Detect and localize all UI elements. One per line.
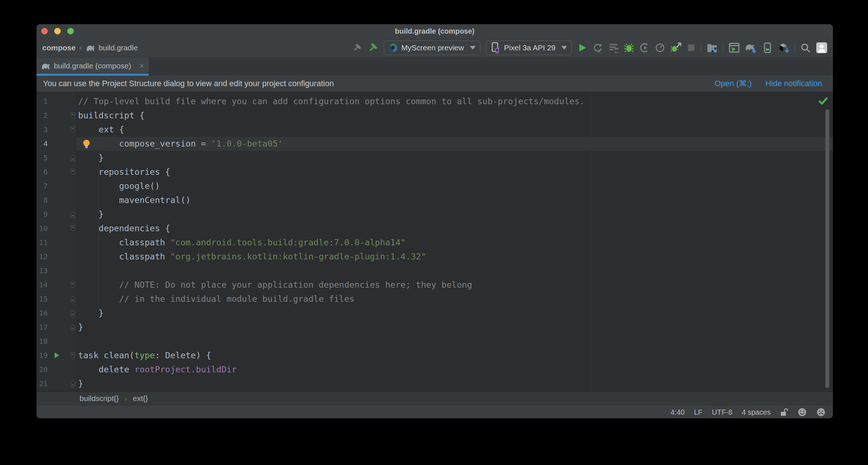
make-project-hammer-icon[interactable] [367, 42, 378, 53]
gutter[interactable]: 7 [37, 179, 76, 193]
code-line[interactable]: 8 mavenCentral() [37, 193, 833, 207]
sdk-manager-icon[interactable] [778, 42, 789, 53]
search-everywhere-icon[interactable] [800, 43, 810, 53]
code-line[interactable]: 15 // in the individual module build.gra… [37, 292, 833, 306]
code-line[interactable]: 14 // NOTE: Do not place your applicatio… [37, 278, 833, 292]
gutter[interactable]: 13 [37, 264, 76, 278]
line-number: 10 [37, 221, 48, 236]
code-line[interactable]: 7 google() [37, 179, 833, 193]
code-line[interactable]: 21} [37, 377, 833, 391]
hide-notification-link[interactable]: Hide notification [765, 79, 822, 88]
gutter[interactable]: 5 [37, 151, 76, 165]
profiler-gauge-icon[interactable] [655, 43, 665, 53]
code-line[interactable]: 6 repositories { [37, 165, 833, 179]
gutter[interactable]: 6 [37, 165, 76, 179]
gutter[interactable]: 18 [37, 334, 76, 348]
gutter[interactable]: 21 [37, 377, 76, 391]
breadcrumb-ext[interactable]: ext{} [133, 394, 148, 403]
fold-end-icon[interactable] [70, 155, 75, 161]
code-line[interactable]: 4 compose_version = '1.0.0-beta05' [37, 137, 833, 151]
code-line[interactable]: 12 classpath "org.jetbrains.kotlin:kotli… [37, 250, 833, 264]
run-task-gutter-icon[interactable] [54, 352, 60, 359]
toolbar-separator [701, 43, 701, 52]
gutter[interactable]: 10 [37, 221, 76, 236]
gutter[interactable]: 19 [37, 348, 76, 363]
gutter[interactable]: 9 [37, 207, 76, 221]
gutter[interactable]: 4 [37, 137, 76, 151]
code-line[interactable]: 2buildscript { [37, 109, 833, 123]
gutter[interactable]: 14 [37, 278, 76, 292]
gutter[interactable]: 17 [37, 320, 76, 334]
feedback-sad-icon[interactable] [816, 407, 826, 417]
device-file-explorer-icon[interactable] [707, 43, 718, 53]
gutter[interactable]: 2 [37, 109, 76, 123]
fold-start-icon[interactable] [70, 225, 75, 232]
breadcrumb-buildscript[interactable]: buildscript{} [80, 394, 119, 403]
feedback-happy-icon[interactable] [797, 407, 807, 417]
code-line[interactable]: 18 [37, 334, 833, 348]
code-line[interactable]: 9 } [37, 207, 833, 221]
build-module-hammer-icon[interactable] [352, 43, 362, 53]
profile-icon[interactable] [639, 43, 650, 53]
gutter[interactable]: 12 [37, 250, 76, 264]
gutter[interactable]: 8 [37, 193, 76, 207]
run-icon[interactable] [577, 43, 587, 53]
avd-manager-icon[interactable] [762, 42, 773, 53]
device-select[interactable]: Pixel 3a API 29 [486, 41, 572, 55]
debug-icon[interactable] [624, 43, 634, 53]
line-number: 14 [37, 278, 48, 292]
code-text: classpath "com.android.tools.build:gradl… [76, 236, 833, 250]
fold-end-icon[interactable] [70, 380, 75, 387]
code-line[interactable]: 1// Top-level build file where you can a… [37, 94, 833, 109]
run-tool-window-icon[interactable] [729, 43, 740, 53]
file-encoding[interactable]: UTF-8 [712, 408, 732, 417]
title-bar[interactable]: build.gradle (compose) [37, 24, 833, 38]
fold-start-icon[interactable] [70, 282, 75, 288]
vertical-scrollbar[interactable] [825, 109, 829, 388]
code-line[interactable]: 20 delete rootProject.buildDir [37, 363, 833, 377]
code-line[interactable]: 11 classpath "com.android.tools.build:gr… [37, 236, 833, 250]
fold-end-icon[interactable] [70, 211, 75, 218]
code-line[interactable]: 17} [37, 320, 833, 334]
caret-position[interactable]: 4:40 [671, 408, 685, 417]
run-configuration-select[interactable]: MyScreen preview [384, 41, 480, 55]
fold-end-icon[interactable] [70, 310, 75, 317]
profile-avatar[interactable] [816, 42, 827, 54]
stop-icon[interactable] [687, 43, 695, 52]
gutter[interactable]: 11 [37, 236, 76, 250]
inspection-ok-check-icon[interactable] [818, 97, 828, 105]
open-project-structure-link[interactable]: Open (⌘;) [715, 79, 752, 88]
tab-build-gradle[interactable]: build.gradle (compose) × [37, 58, 149, 76]
breadcrumb-project[interactable]: compose [42, 43, 76, 52]
fold-end-icon[interactable] [70, 296, 75, 303]
chevron-down-icon [561, 46, 567, 50]
line-separator[interactable]: LF [694, 408, 702, 417]
gradle-sync-icon[interactable] [745, 42, 757, 53]
gutter[interactable]: 1 [37, 94, 76, 109]
fold-start-icon[interactable] [70, 126, 75, 133]
breadcrumb-file[interactable]: build.gradle [99, 43, 138, 52]
code-line[interactable]: 16 } [37, 306, 833, 320]
code-editor[interactable]: 1// Top-level build file where you can a… [37, 92, 833, 392]
code-line[interactable]: 5 } [37, 151, 833, 165]
fold-start-icon[interactable] [70, 112, 75, 119]
apply-code-changes-icon[interactable] [608, 43, 618, 53]
gutter[interactable]: 16 [37, 306, 76, 320]
code-line[interactable]: 3 ext { [37, 123, 833, 137]
gutter[interactable]: 20 [37, 363, 76, 377]
code-line[interactable]: 10 dependencies { [37, 221, 833, 236]
attach-debugger-icon[interactable] [671, 42, 681, 53]
indent-setting[interactable]: 4 spaces [742, 408, 771, 417]
fold-end-icon[interactable] [70, 324, 75, 331]
apply-changes-restart-icon[interactable]: A [593, 43, 603, 53]
gutter[interactable]: 3 [37, 123, 76, 137]
fold-start-icon[interactable] [70, 352, 75, 359]
close-tab-icon[interactable]: × [139, 62, 144, 70]
intention-bulb-icon[interactable] [82, 139, 90, 148]
gutter[interactable]: 15 [37, 292, 76, 306]
code-line[interactable]: 19task clean(type: Delete) { [37, 348, 833, 363]
code-line[interactable]: 13 [37, 264, 833, 278]
fold-start-icon[interactable] [70, 169, 75, 176]
line-number: 5 [37, 151, 48, 165]
lock-open-icon[interactable] [780, 408, 788, 417]
